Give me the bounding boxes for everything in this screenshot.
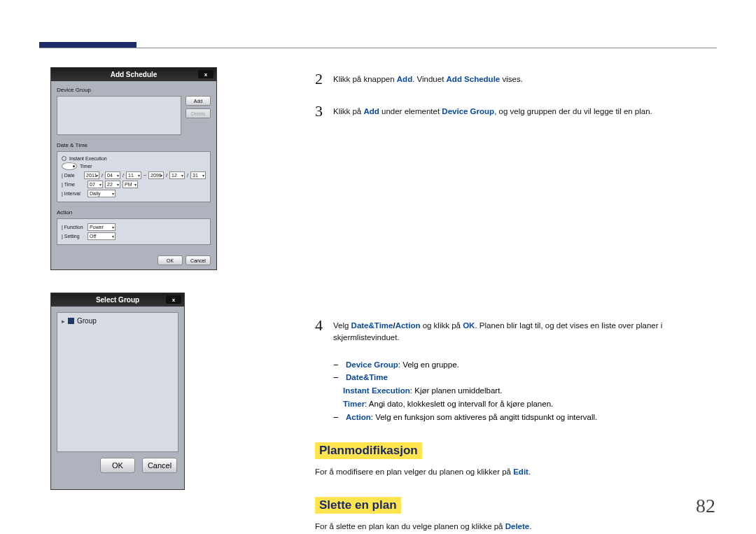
date-time-panel: Instant Execution Timer | Date 2011/ 04/… xyxy=(57,151,211,202)
page-header xyxy=(39,42,717,49)
step-4-sublist: ‒Device Group: Velg en gruppe. ‒Date&Tim… xyxy=(333,358,714,425)
step-2: 2 Klikk på knappen Add. Vinduet Add Sche… xyxy=(315,70,714,88)
close-icon[interactable]: x xyxy=(166,295,181,304)
step-4: 4 Velg Date&Time/Action og klikk på OK. … xyxy=(315,316,714,344)
cancel-button[interactable]: Cancel xyxy=(142,458,177,473)
section-delete-text: For å slette en plan kan du velge planen… xyxy=(315,521,714,533)
screenshot-add-schedule: Add Schedule x Device Group Add Delete D… xyxy=(50,67,217,270)
page-number: 82 xyxy=(696,495,715,517)
device-group-label: Device Group xyxy=(57,87,211,93)
setting-label: | Setting xyxy=(62,234,85,239)
header-rule xyxy=(39,48,717,48)
date-label: | Date xyxy=(62,173,82,178)
interval-label: | Interval xyxy=(62,191,85,196)
dialog-title: Add Schedule xyxy=(111,71,158,78)
ok-button[interactable]: OK xyxy=(100,458,135,473)
time-ampm-select[interactable]: PM xyxy=(122,181,138,188)
date-day2-select[interactable]: 31 xyxy=(190,171,206,179)
function-label: | Function xyxy=(62,225,85,230)
tree-item-group[interactable]: ▸ Group xyxy=(62,317,174,325)
delete-button: Delete xyxy=(186,108,211,118)
dialog-title: Select Group xyxy=(96,296,139,304)
ok-button[interactable]: OK xyxy=(158,255,183,265)
instant-execution-radio[interactable]: Instant Execution xyxy=(62,156,206,161)
setting-select[interactable]: Off xyxy=(88,232,115,240)
section-modify-title: Planmodifikasjon xyxy=(315,442,422,459)
time-hour-select[interactable]: 07 xyxy=(88,181,103,188)
function-select[interactable]: Power xyxy=(88,223,115,231)
date-day-select[interactable]: 11 xyxy=(126,171,141,179)
date-time-label: Date & Time xyxy=(57,142,211,148)
add-button[interactable]: Add xyxy=(186,96,211,106)
close-icon[interactable]: x xyxy=(198,70,214,78)
date-year2-select[interactable]: 2099 xyxy=(148,171,164,179)
screenshot-select-group: Select Group x ▸ Group OK Cancel xyxy=(50,293,185,490)
cancel-button[interactable]: Cancel xyxy=(186,255,211,265)
dialog-title-bar: Add Schedule x xyxy=(51,68,216,81)
date-month2-select[interactable]: 12 xyxy=(169,171,185,179)
time-min-select[interactable]: 22 xyxy=(105,181,120,188)
action-label: Action xyxy=(57,209,211,216)
instructions: 2 Klikk på knappen Add. Vinduet Add Sche… xyxy=(315,70,714,533)
folder-icon xyxy=(68,318,74,324)
date-month-select[interactable]: 04 xyxy=(105,171,120,179)
device-group-listbox[interactable] xyxy=(57,96,181,135)
action-panel: | Function Power | Setting Off xyxy=(57,218,211,245)
interval-select[interactable]: Daily xyxy=(88,190,115,197)
dialog-title-bar: Select Group x xyxy=(51,293,184,307)
step-3: 3 Klikk på Add under elementet Device Gr… xyxy=(315,102,714,120)
time-label: | Time xyxy=(62,182,85,187)
section-modify-text: For å modifisere en plan velger du plane… xyxy=(315,466,714,478)
group-tree[interactable]: ▸ Group xyxy=(57,312,178,452)
timer-radio[interactable]: Timer xyxy=(62,162,206,170)
section-delete-title: Slette en plan xyxy=(315,497,401,514)
date-year-select[interactable]: 2011 xyxy=(84,171,99,179)
